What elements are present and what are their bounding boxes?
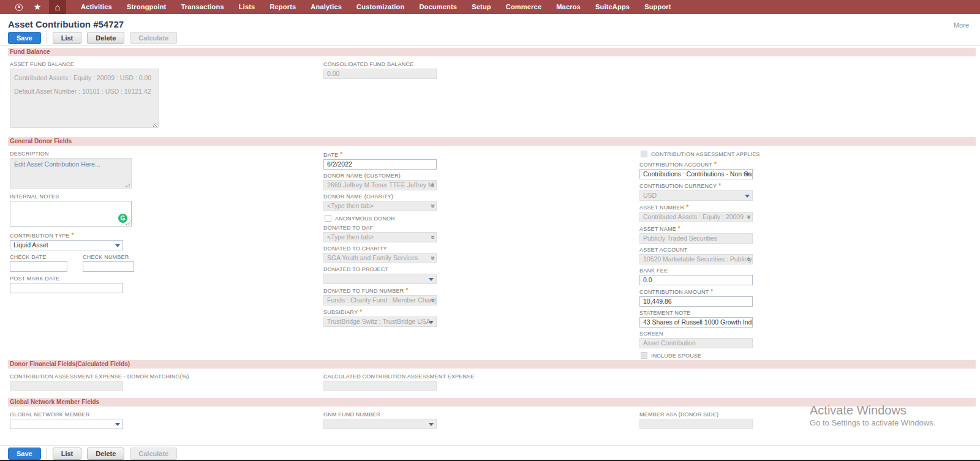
chevron-down-icon [429,321,434,324]
asset-account-label: ASSET ACCOUNT [639,247,753,253]
member-asa-label: MEMBER ASA (DONOR SIDE) [639,411,753,418]
nav-item-support[interactable]: Support [637,0,679,14]
asset-name-field: Publicly Traded Securities [639,233,753,244]
shortcuts-star-icon[interactable]: ★ [28,0,47,14]
double-chevron-icon: « [428,204,437,208]
save-button[interactable]: Save [8,32,41,44]
save-button-bottom[interactable]: Save [8,448,41,460]
double-chevron-icon: « [428,298,437,302]
nav-item-transactions[interactable]: Transactions [173,0,231,14]
contribution-currency-select: USD [639,190,753,201]
list-button[interactable]: List [53,32,82,44]
donated-to-project-label: DONATED TO PROJECT [323,266,437,273]
gnm-fund-number-label: GNM FUND NUMBER [323,411,437,418]
internal-notes-label: INTERNAL NOTES [10,193,138,200]
double-chevron-icon: « [744,257,753,261]
calculate-button-bottom: Calculate [130,448,177,460]
gnm-fund-number-select [323,419,437,429]
consolidated-fund-balance-label: CONSOLIDATED FUND BALANCE [323,61,437,68]
toolbar-divider [47,32,47,43]
assessment-expense-matching-label: CONTRIBUTION ASSESSMENT EXPENSE - DONOR … [10,373,189,380]
delete-button-bottom[interactable]: Delete [87,448,124,460]
toolbar-divider [47,448,47,459]
post-mark-date-label: POST MARK DATE [10,275,138,282]
check-date-label: CHECK DATE [10,254,67,261]
chevron-down-icon [429,423,434,426]
home-icon[interactable]: ⌂ [49,0,66,14]
section-donor-financial-fields: Donor Financial Fields(Calculated Fields… [8,360,976,369]
check-number-input[interactable] [83,261,134,272]
asset-fund-balance-textarea: Contributed Assets : Equity : 20009 : US… [10,69,159,128]
check-number-label: CHECK NUMBER [83,254,134,261]
donor-name-charity-field: <Type then tab>« [323,201,437,211]
date-label: DATE* [323,151,437,159]
description-text: Edit Asset Contribution Here... [14,160,100,168]
delete-button[interactable]: Delete [87,32,124,44]
recent-records-icon[interactable] [10,0,28,14]
nav-item-strongpoint[interactable]: Strongpoint [119,0,174,14]
subsidiary-select: TrustBridge Switz : TrustBridge USA [323,317,437,327]
nav-item-lists[interactable]: Lists [232,0,263,14]
subsidiary-label: SUBSIDIARY* [323,309,437,316]
list-button-bottom[interactable]: List [53,448,82,460]
nav-item-suiteapps[interactable]: SuiteApps [588,0,637,14]
toolbar-top: Save List Delete Calculate [8,32,177,44]
post-mark-date-input[interactable] [10,283,123,293]
global-network-member-label: GLOBAL NETWORK MEMBER [10,411,123,418]
statement-note-input[interactable]: 43 Shares of Russell 1000 Growth Index [639,317,753,328]
grammarly-icon[interactable]: G [118,214,127,223]
assessment-expense-matching-field [10,381,123,391]
contribution-amount-input[interactable]: 10,449.86 [639,296,753,307]
check-date-input[interactable] [10,261,67,272]
chevron-down-icon [115,244,120,247]
include-spouse-label: INCLUDE SPOUSE [651,353,701,359]
bottom-separator-line [0,445,980,446]
activate-windows-watermark: Activate Windows Go to Settings to activ… [810,403,935,429]
chevron-down-icon [429,278,434,281]
date-input[interactable]: 6/2/2022 [323,159,437,170]
section-fund-balance: Fund Balance [8,48,976,56]
bank-fee-input[interactable]: 0.0 [639,275,753,285]
description-textarea: Edit Asset Contribution Here... [10,158,132,189]
asset-fund-balance-label: ASSET FUND BALANCE [10,61,163,68]
section-general-donor-fields: General Donor Fields [8,137,976,146]
nav-item-commerce[interactable]: Commerce [499,0,549,14]
resize-handle[interactable] [125,182,130,187]
nav-item-documents[interactable]: Documents [412,0,464,14]
nav-item-setup[interactable]: Setup [464,0,499,14]
include-spouse-checkbox [641,352,647,359]
nav-item-analytics[interactable]: Analytics [303,0,349,14]
chevron-down-icon [115,423,120,426]
contribution-currency-label: CONTRIBUTION CURRENCY* [639,182,753,190]
bank-fee-label: BANK FEE [639,268,753,274]
nav-item-activities[interactable]: Activities [74,0,119,14]
internal-notes-textarea[interactable]: G [10,201,132,227]
donated-to-charity-field: SGA Youth and Family Services« [323,253,437,263]
consolidated-fund-balance-field: 0.00 [323,69,437,79]
nav-item-customization[interactable]: Customization [349,0,412,14]
contribution-type-label: CONTRIBUTION TYPE* [10,232,138,239]
chevron-down-icon [745,195,750,198]
description-label: DESCRIPTION [10,151,138,157]
more-link[interactable]: More [954,21,969,29]
global-network-member-select[interactable] [10,419,123,429]
calculated-assessment-expense-field [323,381,437,391]
double-chevron-icon: « [428,183,437,187]
nav-item-macros[interactable]: Macros [549,0,588,14]
donated-to-daf-field: <Type then tab>« [323,232,437,242]
contribution-account-select[interactable]: Contributions : Contributions - Non Cash [639,169,753,179]
screen-field: Asset Contribution [639,338,753,348]
double-chevron-icon: « [744,215,753,219]
member-asa-field [639,419,753,429]
screen-label: SCREEN [639,331,753,337]
double-chevron-icon: « [428,235,437,239]
double-chevron-icon: « [428,256,437,260]
donated-to-fund-number-label: DONATED TO FUND NUMBER* [323,287,437,294]
top-navbar: ★ ⌂ Activities Strongpoint Transactions … [0,0,980,14]
nav-item-reports[interactable]: Reports [262,0,303,14]
calculate-button: Calculate [130,32,177,44]
donor-name-customer-label: DONOR NAME (CUSTOMER) [323,173,437,179]
toolbar-bottom: Save List Delete Calculate [8,448,177,460]
contribution-type-select[interactable]: Liquid Asset [10,240,123,250]
anonymous-donor-checkbox[interactable] [325,215,331,222]
